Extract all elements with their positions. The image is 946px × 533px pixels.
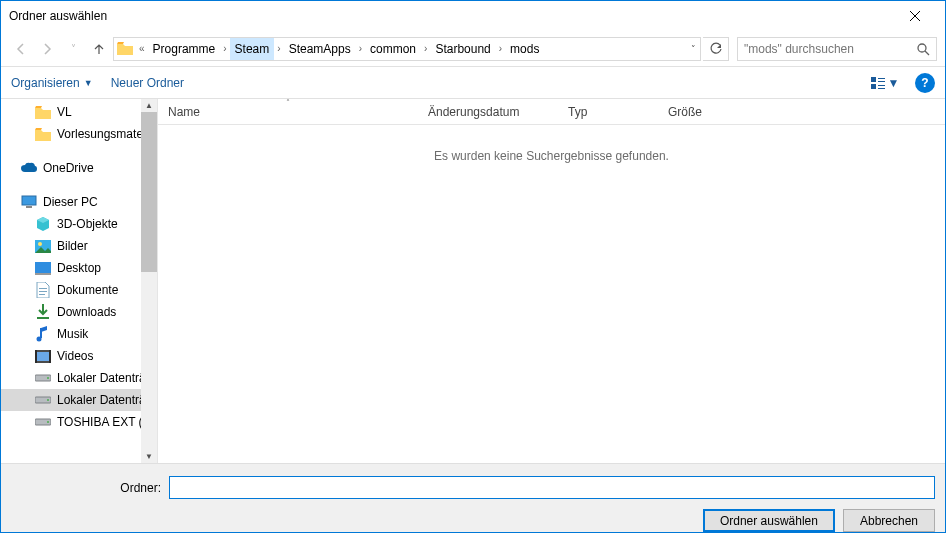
chevron-right-icon[interactable]: › — [421, 43, 430, 54]
tree-item[interactable]: Videos — [1, 345, 157, 367]
svg-rect-1 — [871, 77, 876, 82]
svg-point-0 — [918, 44, 926, 52]
breadcrumb-seg[interactable]: common — [365, 38, 421, 60]
pc-icon — [21, 194, 37, 210]
scroll-down-button[interactable]: ▼ — [141, 450, 157, 463]
svg-rect-8 — [26, 206, 32, 208]
tree-item-label: Downloads — [57, 305, 116, 319]
svg-rect-13 — [39, 288, 47, 289]
organize-menu[interactable]: Organisieren ▼ — [11, 76, 93, 90]
refresh-icon — [709, 42, 723, 56]
drive-icon — [35, 370, 51, 386]
close-button[interactable] — [892, 2, 937, 31]
svg-point-27 — [47, 421, 49, 423]
new-folder-label: Neuer Ordner — [111, 76, 184, 90]
drive-icon — [35, 414, 51, 430]
breadcrumb-seg[interactable]: Programme — [148, 38, 221, 60]
tree-item-label: VL — [57, 105, 72, 119]
chevron-right-icon[interactable]: › — [496, 43, 505, 54]
search-input[interactable]: "mods" durchsuchen — [737, 37, 937, 61]
empty-message: Es wurden keine Suchergebnisse gefunden. — [158, 125, 945, 163]
svg-rect-19 — [37, 352, 49, 361]
svg-rect-14 — [39, 291, 47, 292]
chevron-down-icon: ▼ — [84, 78, 93, 88]
organize-label: Organisieren — [11, 76, 80, 90]
tree-item[interactable]: OneDrive — [1, 157, 157, 179]
folder-icon — [35, 104, 51, 120]
tree-item-label: Desktop — [57, 261, 101, 275]
svg-rect-7 — [22, 196, 36, 205]
up-button[interactable] — [87, 37, 111, 61]
back-button[interactable] — [9, 37, 33, 61]
search-icon — [916, 42, 930, 56]
col-name[interactable]: Name˄ — [158, 99, 418, 124]
breadcrumb-seg[interactable]: SteamApps — [284, 38, 356, 60]
chevron-right-icon[interactable]: › — [356, 43, 365, 54]
folder-field-label: Ordner: — [11, 481, 161, 495]
chevron-down-icon: ▼ — [888, 76, 900, 90]
pictures-icon — [35, 238, 51, 254]
tree-item[interactable]: Vorlesungsmaterial — [1, 123, 157, 145]
tree-item[interactable]: Lokaler Datenträger — [1, 389, 157, 411]
svg-rect-15 — [39, 294, 45, 295]
tree-item[interactable]: Bilder — [1, 235, 157, 257]
new-folder-button[interactable]: Neuer Ordner — [111, 76, 184, 90]
breadcrumb-seg[interactable]: Steam — [230, 38, 275, 60]
help-button[interactable]: ? — [915, 73, 935, 93]
tree-item[interactable]: 3D-Objekte — [1, 213, 157, 235]
chevron-right-icon[interactable]: › — [274, 43, 283, 54]
svg-rect-3 — [878, 81, 885, 82]
scroll-up-button[interactable]: ▲ — [141, 99, 157, 112]
recent-dropdown[interactable]: ˅ — [61, 37, 85, 61]
svg-point-23 — [47, 377, 49, 379]
cancel-button[interactable]: Abbrechen — [843, 509, 935, 532]
list-header: Name˄ Änderungsdatum Typ Größe — [158, 99, 945, 125]
nav-row: ˅ « Programme › Steam › SteamApps › comm… — [1, 31, 945, 66]
tree-item[interactable]: Dieser PC — [1, 191, 157, 213]
breadcrumb-overflow[interactable]: « — [136, 43, 148, 54]
tree-item[interactable]: Desktop — [1, 257, 157, 279]
toolbar: Organisieren ▼ Neuer Ordner ▼ ? — [1, 66, 945, 99]
search-placeholder: "mods" durchsuchen — [744, 42, 854, 56]
3d-icon — [35, 216, 51, 232]
svg-rect-20 — [35, 350, 37, 363]
breadcrumb-seg[interactable]: mods — [505, 38, 544, 60]
onedrive-icon — [21, 160, 37, 176]
downloads-icon — [35, 304, 51, 320]
desktop-icon — [35, 260, 51, 276]
tree-item-label: Dieser PC — [43, 195, 98, 209]
col-type[interactable]: Typ — [558, 99, 658, 124]
view-options-button[interactable]: ▼ — [863, 72, 907, 94]
scroll-thumb[interactable] — [141, 112, 157, 272]
select-folder-button[interactable]: Ordner auswählen — [703, 509, 835, 532]
tree-item[interactable]: Dokumente — [1, 279, 157, 301]
breadcrumb-dropdown-icon[interactable]: ˅ — [691, 44, 696, 54]
breadcrumb-seg[interactable]: Starbound — [430, 38, 495, 60]
col-size[interactable]: Größe — [658, 99, 758, 124]
svg-rect-21 — [49, 350, 51, 363]
tree-item[interactable]: Musik — [1, 323, 157, 345]
help-icon: ? — [921, 76, 928, 90]
tree-item[interactable]: VL — [1, 101, 157, 123]
tree-item[interactable]: TOSHIBA EXT (F:) — [1, 411, 157, 433]
tree-item-label: Musik — [57, 327, 88, 341]
col-date[interactable]: Änderungsdatum — [418, 99, 558, 124]
tree-item-label: OneDrive — [43, 161, 94, 175]
titlebar: Ordner auswählen — [1, 1, 945, 31]
window-title: Ordner auswählen — [9, 9, 107, 23]
folder-icon — [35, 126, 51, 142]
folder-name-input[interactable] — [169, 476, 935, 499]
svg-rect-2 — [878, 78, 885, 79]
forward-button[interactable] — [35, 37, 59, 61]
svg-point-10 — [38, 242, 42, 246]
bottom-panel: Ordner: Ordner auswählen Abbrechen — [1, 463, 945, 533]
tree-item[interactable]: Downloads — [1, 301, 157, 323]
breadcrumb-bar[interactable]: « Programme › Steam › SteamApps › common… — [113, 37, 701, 61]
refresh-button[interactable] — [703, 37, 729, 61]
tree-item[interactable]: Lokaler Datenträger — [1, 367, 157, 389]
chevron-right-icon[interactable]: › — [220, 43, 229, 54]
svg-point-17 — [37, 337, 42, 342]
drive-icon — [35, 392, 51, 408]
svg-rect-6 — [878, 88, 885, 89]
svg-point-25 — [47, 399, 49, 401]
